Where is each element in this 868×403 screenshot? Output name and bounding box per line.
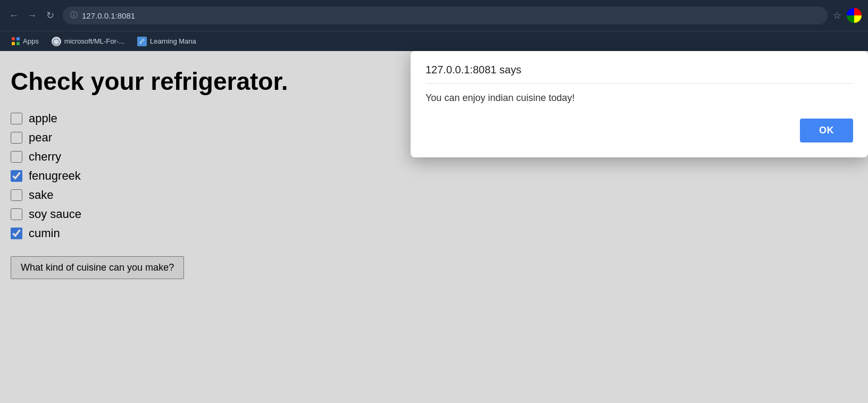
bookmark-github[interactable]: ◯ microsoft/ML-For-... [46, 35, 130, 48]
alert-footer: OK [425, 119, 853, 142]
profile-icon[interactable] [847, 8, 862, 23]
learning-icon: 🖉 [137, 37, 147, 46]
github-label: microsoft/ML-For-... [64, 37, 124, 45]
forward-button[interactable]: → [24, 8, 39, 23]
alert-title: 127.0.0.1:8081 says [425, 64, 853, 84]
github-icon: ◯ [52, 37, 61, 46]
bookmarks-bar: Apps ◯ microsoft/ML-For-... 🖉 Learning M… [0, 31, 868, 51]
alert-dialog: 127.0.0.1:8081 says You can enjoy indian… [411, 51, 868, 157]
learning-label: Learning Mana [150, 37, 196, 45]
alert-ok-button[interactable]: OK [800, 119, 853, 142]
reload-button[interactable]: ↻ [43, 8, 57, 23]
nav-buttons: ← → ↻ [6, 8, 57, 23]
browser-chrome: ← → ↻ ⓘ 127.0.0.1:8081 ☆ [0, 0, 868, 31]
info-icon: ⓘ [70, 11, 78, 20]
apps-label: Apps [23, 37, 39, 45]
back-button[interactable]: ← [6, 8, 21, 23]
bookmark-learning[interactable]: 🖉 Learning Mana [132, 35, 202, 48]
alert-message: You can enjoy indian cuisine today! [425, 93, 853, 110]
url-text: 127.0.0.1:8081 [82, 11, 135, 20]
page-content: Check your refrigerator. apple pear cher… [0, 51, 868, 403]
alert-overlay: 127.0.0.1:8081 says You can enjoy indian… [0, 51, 868, 403]
bookmark-star-button[interactable]: ☆ [833, 10, 841, 21]
bookmark-apps[interactable]: Apps [6, 35, 44, 47]
apps-grid-icon [12, 37, 20, 45]
address-bar[interactable]: ⓘ 127.0.0.1:8081 [63, 6, 828, 24]
toolbar-right: ☆ [833, 8, 862, 23]
